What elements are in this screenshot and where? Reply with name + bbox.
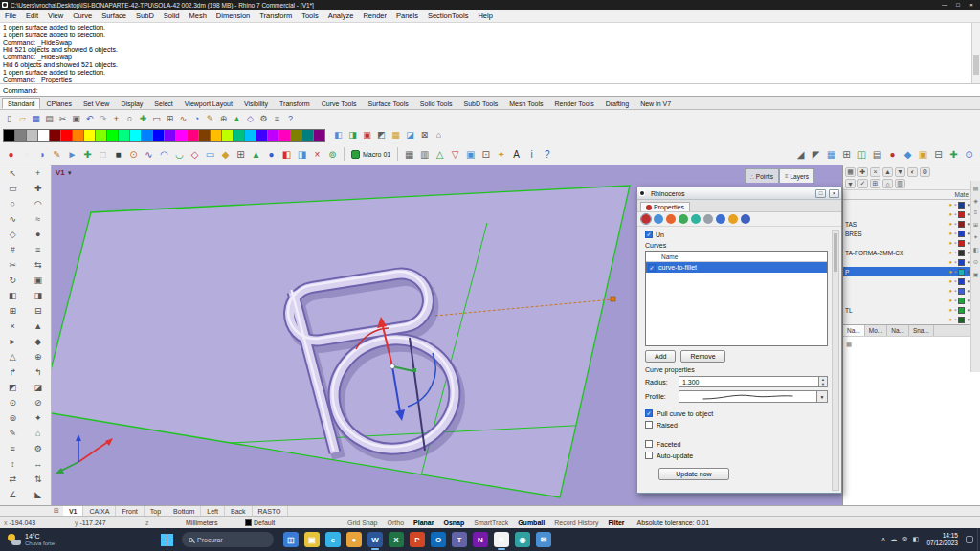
palette-toolbar-icon[interactable]: ⌂ xyxy=(433,129,445,142)
tool-button-icon[interactable]: ◆ xyxy=(26,334,52,349)
menu-item[interactable]: Solid xyxy=(159,10,185,22)
panel-scrollbar-thumb[interactable] xyxy=(834,233,837,272)
layer-color-swatch[interactable] xyxy=(958,202,965,209)
side-tab-icon[interactable]: ▤ xyxy=(973,185,979,191)
toolbar-button-icon[interactable]: ⊙ xyxy=(126,147,141,162)
toolbar-button-icon[interactable]: ▥ xyxy=(417,147,432,162)
layer-row[interactable]: ● ▪ ● xyxy=(843,276,980,286)
toolbar-button-icon[interactable]: + xyxy=(110,112,122,124)
layer-visibility-icon[interactable]: ● xyxy=(949,288,953,294)
menu-item[interactable]: File xyxy=(0,10,21,22)
start-button[interactable] xyxy=(159,532,174,547)
layer-row[interactable]: TA-FORMA-2MM-CX ● ▪ ● xyxy=(843,248,980,257)
layer-color-swatch[interactable] xyxy=(958,269,965,276)
toolbar-tab[interactable]: Set View xyxy=(78,98,116,109)
toolbar-tab[interactable]: Surface Tools xyxy=(363,98,414,109)
layer-row[interactable]: ● ▪ ● xyxy=(843,238,980,248)
toolbar-button-icon[interactable]: ▯ xyxy=(3,112,15,124)
toolbar-tab[interactable]: Transform xyxy=(274,98,316,109)
tool-button-icon[interactable]: ⌂ xyxy=(26,426,52,441)
tray-icon[interactable]: ☁ xyxy=(891,536,898,543)
tool-button-icon[interactable]: ○ xyxy=(0,196,26,211)
dock-bottom-tab[interactable]: Sna... xyxy=(909,325,934,336)
option-row[interactable]: Faceted xyxy=(645,438,828,450)
toolbar-button-icon[interactable]: ◨ xyxy=(295,147,309,162)
toolbar-button-icon[interactable]: ◫ xyxy=(855,147,869,162)
curves-listbox[interactable]: Name curve-to-fillet xyxy=(645,251,828,346)
taskbar-app-icon[interactable]: N xyxy=(473,532,488,547)
curve-list-item[interactable]: curve-to-fillet xyxy=(646,262,827,273)
palette-toolbar-icon[interactable]: ◪ xyxy=(404,129,416,142)
tool-button-icon[interactable]: ⇆ xyxy=(26,257,52,273)
layer-lock-icon[interactable]: ▪ xyxy=(954,317,956,322)
weather-widget[interactable]: 14°C Chuva forte xyxy=(0,533,144,547)
layer-row[interactable]: ● ▪ ● xyxy=(843,257,980,267)
toolbar-button-icon[interactable]: ▭ xyxy=(203,147,217,162)
tool-button-icon[interactable]: × xyxy=(0,319,26,334)
viewport-tab[interactable]: CAIXA xyxy=(83,506,116,516)
toolbar-button-icon[interactable]: ◇ xyxy=(188,147,202,162)
tool-button-icon[interactable]: ↖ xyxy=(0,165,26,181)
menu-item[interactable]: Dimension xyxy=(212,10,255,22)
option-row[interactable]: Pull curve to object xyxy=(645,408,828,419)
layers-toolbar-button[interactable]: ▼ xyxy=(895,167,905,177)
toolbar-button-icon[interactable]: ▣ xyxy=(916,147,930,162)
toolbar-button-icon[interactable]: □ xyxy=(96,147,110,162)
toolbar-button-icon[interactable]: ▽ xyxy=(448,147,462,162)
palette-toolbar-icon[interactable]: ▣ xyxy=(361,129,373,142)
layer-visibility-icon[interactable]: ● xyxy=(949,278,953,284)
toolbar-button-icon[interactable]: ✚ xyxy=(947,147,961,162)
layer-color-swatch[interactable] xyxy=(958,211,965,218)
taskbar-app-icon[interactable]: T xyxy=(452,532,467,547)
palette-toolbar-icon[interactable]: ⊠ xyxy=(418,129,431,142)
tool-button-icon[interactable]: ⊕ xyxy=(26,349,52,364)
viewport-tab[interactable]: Top xyxy=(145,506,167,516)
taskbar-app-icon[interactable]: O xyxy=(431,532,446,547)
layers-filter-button[interactable]: ⌂ xyxy=(882,179,893,188)
toolbar-button-icon[interactable]: ⊡ xyxy=(479,147,493,162)
side-tab-icon[interactable]: ⊞ xyxy=(973,221,978,228)
command-input[interactable]: Command: xyxy=(0,83,980,97)
layer-color-swatch[interactable] xyxy=(958,278,965,285)
tool-button-icon[interactable]: ▲ xyxy=(26,319,52,334)
toolbar-button-icon[interactable]: ◆ xyxy=(901,147,915,162)
properties-page-icon[interactable] xyxy=(679,214,688,224)
toolbar-tab[interactable]: Curve Tools xyxy=(316,98,363,109)
toolbar-button-icon[interactable]: ▭ xyxy=(150,112,163,124)
tool-button-icon[interactable]: ◧ xyxy=(0,288,26,303)
layer-visibility-icon[interactable]: ● xyxy=(949,298,953,303)
toolbar-button-icon[interactable]: ◆ xyxy=(218,147,233,162)
toolbar-tab[interactable]: Visibility xyxy=(238,98,274,109)
side-tab-icon[interactable]: ◈ xyxy=(973,197,978,204)
toolbar-button-icon[interactable]: ⊞ xyxy=(234,147,248,162)
toolbar-button-icon[interactable]: ⊚ xyxy=(325,147,340,162)
layer-lock-icon[interactable]: ▪ xyxy=(954,259,956,265)
subpanel-item[interactable]: ▦ xyxy=(846,340,977,349)
viewport-tab[interactable]: V1 xyxy=(63,506,84,516)
tray-icon[interactable]: ∧ xyxy=(880,536,885,543)
tray-icon[interactable]: ⚙ xyxy=(902,536,908,543)
close-button[interactable]: × xyxy=(965,0,978,10)
profile-dropdown[interactable]: ▼ xyxy=(679,390,828,403)
toolbar-tab[interactable]: New in V7 xyxy=(635,98,677,109)
toolbar-tab[interactable]: Standard xyxy=(2,98,40,109)
side-tab-icon[interactable]: ✦ xyxy=(973,233,978,240)
taskbar-app-icon[interactable]: W xyxy=(368,532,383,547)
side-tab-icon[interactable]: ▣ xyxy=(973,271,979,277)
viewport-title[interactable]: V1 ▼ xyxy=(56,168,73,177)
layer-visibility-icon[interactable]: ● xyxy=(949,317,953,322)
viewport-menu-caret[interactable]: ▼ xyxy=(67,170,73,176)
layer-visibility-icon[interactable]: ● xyxy=(949,231,953,236)
toolbar-button-icon[interactable]: ✎ xyxy=(204,112,216,124)
tool-button-icon[interactable]: ↔ xyxy=(26,456,52,472)
toolbar-button-icon[interactable]: ▤ xyxy=(43,112,56,124)
update-now-button[interactable]: Update now xyxy=(658,468,729,480)
status-toggle[interactable]: Filter xyxy=(603,519,629,526)
menu-item[interactable]: Help xyxy=(473,10,497,22)
tool-button-icon[interactable]: ↕ xyxy=(0,456,26,472)
toolbar-button-icon[interactable]: ▦ xyxy=(30,112,42,124)
status-toggle[interactable]: Ortho xyxy=(383,519,410,526)
toolbar-button-icon[interactable]: ● xyxy=(264,147,278,162)
palette-toolbar-icon[interactable]: ▦ xyxy=(390,129,402,142)
units-indicator[interactable]: Millimeters xyxy=(182,519,241,526)
